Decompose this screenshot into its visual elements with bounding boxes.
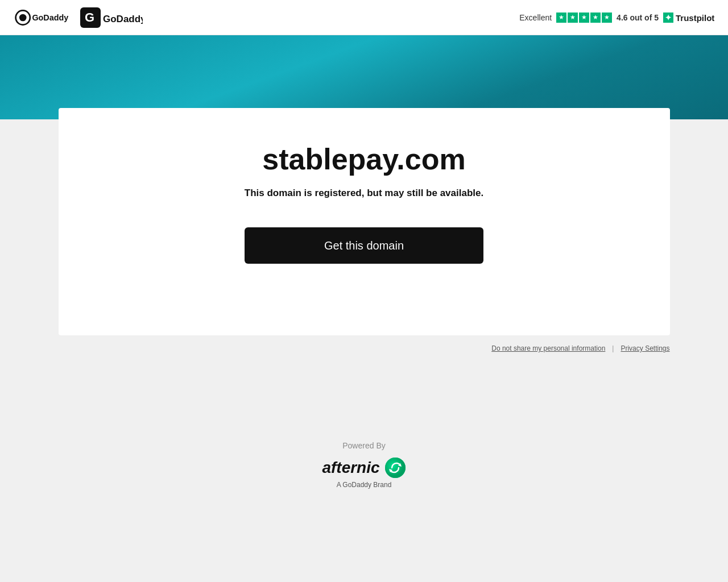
trustpilot-rating-text: 4.6 out of 5	[617, 13, 659, 22]
star-2: ★	[568, 13, 578, 23]
get-domain-button[interactable]: Get this domain	[245, 227, 483, 264]
trustpilot-stars: ★ ★ ★ ★ ★	[556, 13, 612, 23]
domain-card: stablepay.com This domain is registered,…	[59, 108, 670, 335]
afternic-name: afternic	[322, 459, 379, 477]
star-4: ★	[590, 13, 601, 23]
main-content: stablepay.com This domain is registered,…	[0, 119, 728, 512]
star-1: ★	[556, 13, 566, 23]
do-not-share-link[interactable]: Do not share my personal information	[491, 344, 605, 352]
trustpilot-excellent-label: Excellent	[519, 13, 552, 22]
powered-by-section: Powered By afternic	[322, 441, 406, 489]
svg-text:GoDaddy: GoDaddy	[103, 14, 143, 24]
site-header: GoDaddy G GoDaddy Excellent ★ ★ ★ ★ ★ 4.…	[0, 0, 728, 35]
trustpilot-badge: Excellent ★ ★ ★ ★ ★ 4.6 out of 5 ✦ Trust…	[519, 11, 714, 24]
domain-name-title: stablepay.com	[262, 142, 465, 176]
trustpilot-logo-svg: ✦ Trustpilot	[663, 11, 714, 24]
footer-links-row: Do not share my personal information | P…	[59, 335, 670, 361]
afternic-sub-label: A GoDaddy Brand	[337, 481, 392, 489]
teal-banner	[0, 35, 728, 119]
godaddy-logo[interactable]: GoDaddy G GoDaddy	[14, 7, 143, 28]
svg-text:Trustpilot: Trustpilot	[676, 13, 714, 23]
footer-separator: |	[612, 344, 614, 352]
afternic-logo: afternic	[322, 457, 406, 489]
afternic-icon	[384, 457, 406, 479]
godaddy-logo-svg: GoDaddy	[14, 7, 80, 28]
afternic-brand: afternic	[322, 457, 406, 479]
star-5: ★	[602, 13, 612, 23]
svg-text:✦: ✦	[665, 13, 672, 22]
privacy-settings-link[interactable]: Privacy Settings	[621, 344, 669, 352]
godaddy-wordmark: G GoDaddy	[80, 7, 143, 28]
svg-point-1	[19, 14, 27, 21]
svg-text:GoDaddy: GoDaddy	[32, 13, 68, 22]
star-3: ★	[579, 13, 589, 23]
powered-by-label: Powered By	[342, 441, 385, 450]
domain-availability-text: This domain is registered, but may still…	[245, 188, 483, 199]
svg-text:G: G	[85, 10, 94, 24]
svg-point-10	[385, 458, 406, 478]
